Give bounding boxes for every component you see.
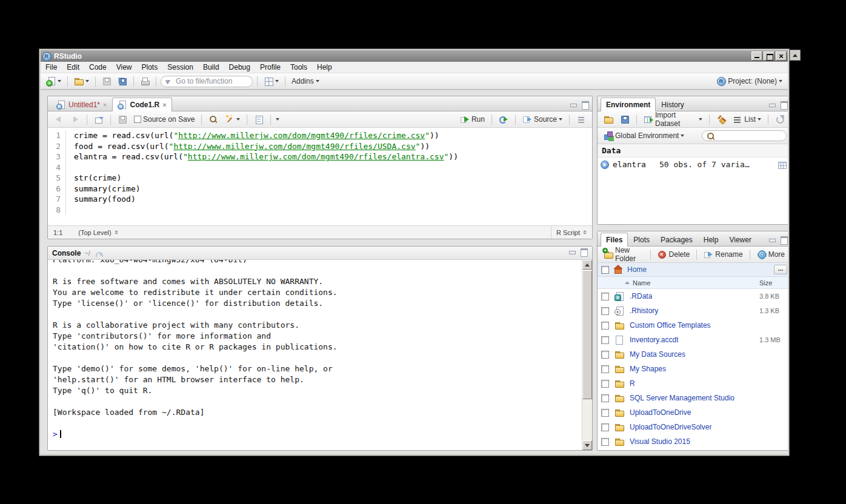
- environment-search-box[interactable]: [702, 130, 787, 141]
- addins-button[interactable]: Addins: [290, 76, 321, 87]
- goto-file-function-box[interactable]: [161, 76, 253, 87]
- window-maximize-button[interactable]: [764, 51, 774, 61]
- console-prompt-line[interactable]: >: [53, 429, 582, 440]
- scroll-up-button[interactable]: [582, 260, 592, 270]
- rerun-button[interactable]: [497, 113, 510, 125]
- maximize-pane-icon[interactable]: [579, 248, 588, 255]
- goto-file-function-input[interactable]: [175, 76, 248, 86]
- back-button[interactable]: [52, 113, 65, 125]
- screen-scroll-up-button[interactable]: [790, 50, 801, 61]
- close-icon[interactable]: ×: [103, 101, 107, 108]
- minimize-pane-icon[interactable]: [768, 236, 776, 243]
- scroll-down-button[interactable]: [582, 440, 592, 450]
- file-row[interactable]: Custom Office Templates: [598, 318, 788, 333]
- file-row[interactable]: Inventory.accdt1.3 MB: [598, 333, 788, 347]
- chevron-down-icon[interactable]: [276, 118, 279, 121]
- url-link[interactable]: http://www.millerjw.com/dom/mgmt490/rfil…: [173, 142, 415, 151]
- file-name[interactable]: Visual Studio 2015: [630, 437, 690, 446]
- file-row[interactable]: Visual Studio 2015: [598, 434, 788, 449]
- pane-layout-button[interactable]: [262, 75, 281, 87]
- source-button[interactable]: Source: [521, 113, 564, 125]
- file-checkbox[interactable]: [601, 409, 609, 417]
- menu-debug[interactable]: Debug: [224, 62, 255, 73]
- save-workspace-button[interactable]: [618, 113, 631, 125]
- tab-history[interactable]: History: [656, 98, 689, 111]
- menu-file[interactable]: File: [41, 62, 62, 73]
- file-name[interactable]: UploadToOneDriveSolver: [630, 423, 711, 431]
- code-tools-button[interactable]: [223, 113, 242, 125]
- maximize-pane-icon[interactable]: [779, 236, 788, 243]
- file-checkbox[interactable]: [601, 351, 609, 359]
- file-name[interactable]: Inventory.accdt: [630, 336, 678, 344]
- tab-plots[interactable]: Plots: [628, 233, 655, 247]
- refresh-environment-button[interactable]: [773, 113, 787, 125]
- file-row[interactable]: My Data Sources: [598, 347, 788, 362]
- import-dataset-button[interactable]: Import Dataset: [642, 110, 704, 129]
- file-name[interactable]: SQL Server Management Studio: [630, 394, 734, 402]
- file-checkbox[interactable]: [601, 365, 609, 373]
- file-name[interactable]: UploadToOneDrive: [630, 408, 691, 417]
- console-scrollbar[interactable]: [582, 260, 592, 450]
- close-icon[interactable]: ×: [162, 101, 166, 108]
- file-checkbox[interactable]: [601, 293, 609, 300]
- tab-help[interactable]: Help: [698, 233, 724, 247]
- file-name[interactable]: Custom Office Templates: [630, 321, 711, 330]
- find-replace-button[interactable]: [207, 113, 220, 125]
- menu-plots[interactable]: Plots: [137, 62, 163, 73]
- file-name[interactable]: My Data Sources: [630, 350, 685, 359]
- print-button[interactable]: [138, 75, 152, 87]
- menu-view[interactable]: View: [112, 62, 137, 73]
- select-all-checkbox[interactable]: [601, 266, 609, 274]
- menu-build[interactable]: Build: [198, 62, 224, 73]
- window-minimize-button[interactable]: [751, 51, 762, 61]
- save-button[interactable]: [100, 75, 113, 87]
- rename-button[interactable]: Rename: [702, 248, 744, 260]
- tab-environment[interactable]: Environment: [601, 98, 656, 111]
- scrollbar-thumb[interactable]: [582, 270, 592, 399]
- file-checkbox[interactable]: [601, 322, 609, 330]
- save-all-button[interactable]: [116, 75, 129, 87]
- home-breadcrumb[interactable]: Home: [627, 265, 647, 274]
- console-path[interactable]: ~/: [84, 250, 90, 257]
- clear-workspace-button[interactable]: [714, 113, 728, 125]
- environment-scope-selector[interactable]: Global Environment: [602, 130, 686, 142]
- minimize-pane-icon[interactable]: [569, 101, 578, 108]
- environment-object-row[interactable]: elantra50 obs. of 7 varia…: [598, 158, 788, 171]
- size-column-header[interactable]: Size: [759, 279, 787, 287]
- scope-selector[interactable]: (Top Level): [78, 229, 118, 236]
- file-row[interactable]: UploadToOneDriveSolver: [598, 420, 788, 434]
- file-checkbox[interactable]: [601, 380, 609, 388]
- url-link[interactable]: http://www.millerjw.com/dom/mgmt490/rfil…: [188, 152, 444, 161]
- name-column-header[interactable]: Name: [625, 279, 650, 287]
- menu-profile[interactable]: Profile: [255, 62, 285, 73]
- console-popout-icon[interactable]: [94, 248, 104, 258]
- file-name[interactable]: .Rhistory: [630, 307, 658, 315]
- menu-tools[interactable]: Tools: [285, 62, 312, 73]
- url-link[interactable]: http://www.millerjw.com/dom/mgmt490/rfil…: [178, 131, 425, 140]
- new-folder-button[interactable]: +New Folder: [602, 245, 645, 264]
- delete-button[interactable]: Delete: [656, 248, 692, 260]
- minimize-pane-icon[interactable]: [568, 248, 576, 255]
- list-view-button[interactable]: List: [731, 113, 763, 125]
- open-file-button[interactable]: [72, 75, 91, 87]
- console-output[interactable]: Platform: x86_64-w64-mingw32/x64 (64-bit…: [48, 260, 582, 450]
- maximize-pane-icon[interactable]: [779, 101, 788, 108]
- code-editor[interactable]: 1crime = read.csv(url("http://www.miller…: [48, 128, 592, 225]
- file-row[interactable]: UploadToOneDrive: [598, 405, 788, 420]
- forward-button[interactable]: [68, 113, 82, 125]
- document-outline-button[interactable]: [575, 113, 588, 125]
- tab-viewer[interactable]: Viewer: [724, 233, 756, 247]
- tab-packages[interactable]: Packages: [655, 233, 698, 247]
- file-checkbox[interactable]: [601, 438, 609, 446]
- file-row[interactable]: .RData3.8 KB: [598, 289, 788, 303]
- file-name[interactable]: .RData: [630, 292, 652, 300]
- source-on-save-checkbox[interactable]: [134, 116, 141, 123]
- project-selector-button[interactable]: Project: (None): [714, 75, 784, 87]
- file-checkbox[interactable]: [601, 394, 609, 402]
- file-row[interactable]: .Rhistory1.3 KB: [598, 303, 788, 318]
- save-source-button[interactable]: [116, 113, 129, 125]
- compile-report-button[interactable]: [252, 113, 265, 125]
- window-close-button[interactable]: [776, 51, 787, 61]
- maximize-pane-icon[interactable]: [581, 101, 589, 108]
- file-row[interactable]: My Shapes: [598, 362, 788, 376]
